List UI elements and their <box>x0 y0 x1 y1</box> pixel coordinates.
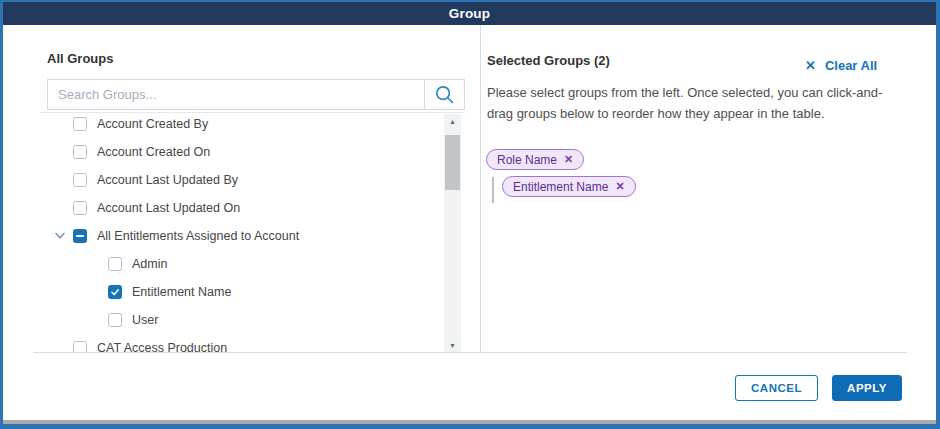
groups-list: Account Created By Account Created On Ac… <box>40 112 465 352</box>
scrollbar-thumb[interactable] <box>445 135 460 190</box>
checkbox-unchecked[interactable] <box>108 313 122 327</box>
group-row-label: CAT Access Production <box>97 341 227 352</box>
cancel-button[interactable]: CANCEL <box>735 375 818 401</box>
group-row[interactable]: User <box>40 310 158 330</box>
frame-border-top <box>0 0 940 2</box>
checkbox-checked[interactable] <box>108 285 122 299</box>
scroll-up-icon[interactable]: ▲ <box>444 114 461 129</box>
all-groups-heading: All Groups <box>47 51 113 66</box>
search-button[interactable] <box>424 80 464 109</box>
footer-divider <box>33 352 907 353</box>
group-row[interactable]: Account Last Updated On <box>40 198 240 218</box>
selected-chip[interactable]: Role Name ✕ <box>486 149 584 170</box>
group-row-label: User <box>132 313 158 327</box>
checkbox-unchecked[interactable] <box>73 117 87 131</box>
instructions-text: Please select groups from the left. Once… <box>487 82 901 124</box>
group-row[interactable]: All Entitlements Assigned to Account <box>40 226 299 246</box>
group-row[interactable]: Account Created On <box>40 142 210 162</box>
group-row-label: Account Created On <box>97 145 210 159</box>
group-row[interactable]: Admin <box>40 254 167 274</box>
group-row-label: Account Last Updated By <box>97 173 238 187</box>
checkbox-unchecked[interactable] <box>108 257 122 271</box>
dialog-title: Group <box>449 6 491 21</box>
checkbox-indeterminate[interactable] <box>73 229 87 243</box>
group-dialog: Group All Groups Account Created By Acco… <box>0 0 940 429</box>
group-row-label: Account Last Updated On <box>97 201 240 215</box>
checkbox-unchecked[interactable] <box>73 201 87 215</box>
panel-divider <box>480 25 481 352</box>
group-row-label: Admin <box>132 257 167 271</box>
chip-label: Entitlement Name <box>513 180 608 194</box>
group-row[interactable]: Account Created By <box>40 114 208 134</box>
dialog-titlebar: Group <box>3 2 936 25</box>
search-icon <box>434 84 455 105</box>
clear-all-button[interactable]: ✕ Clear All <box>805 58 877 73</box>
frame-border-bottom <box>0 424 940 429</box>
frame-border-right <box>936 0 940 429</box>
checkbox-unchecked[interactable] <box>73 145 87 159</box>
group-row[interactable]: Account Last Updated By <box>40 170 238 190</box>
checkbox-unchecked[interactable] <box>73 173 87 187</box>
group-row-label: All Entitlements Assigned to Account <box>97 229 299 243</box>
group-row-label: Account Created By <box>97 117 208 131</box>
group-row[interactable]: CAT Access Production <box>40 338 227 352</box>
chevron-down-icon[interactable] <box>53 232 67 240</box>
checkbox-unchecked[interactable] <box>73 341 87 352</box>
chip-indent-line <box>492 177 494 203</box>
selected-groups-heading: Selected Groups (2) <box>487 53 610 68</box>
chip-remove-icon[interactable]: ✕ <box>564 153 573 166</box>
group-row-label: Entitlement Name <box>132 285 231 299</box>
chip-label: Role Name <box>497 153 557 167</box>
search-input[interactable] <box>48 80 424 109</box>
groups-list-scrollbar[interactable]: ▲ ▼ <box>444 114 461 352</box>
clear-all-label: Clear All <box>825 58 877 73</box>
frame-border-left <box>0 0 3 429</box>
group-row[interactable]: Entitlement Name <box>40 282 231 302</box>
clear-all-x-icon: ✕ <box>805 58 816 73</box>
chip-remove-icon[interactable]: ✕ <box>615 180 624 193</box>
scroll-down-icon[interactable]: ▼ <box>444 338 461 352</box>
apply-button[interactable]: APPLY <box>832 375 902 401</box>
selected-chip[interactable]: Entitlement Name ✕ <box>502 176 636 197</box>
search-groups-box <box>47 79 465 110</box>
